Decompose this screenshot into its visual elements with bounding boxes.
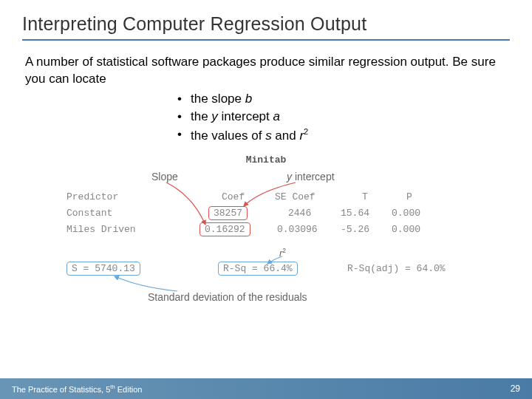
hdr-coef: Coef xyxy=(222,191,245,202)
bullet-intercept: the y intercept a xyxy=(177,109,510,125)
ann-r2: r2 xyxy=(279,247,286,259)
row-miles-t: -5.26 xyxy=(340,224,369,235)
ann-slope: Slope xyxy=(151,171,178,183)
intro-text: A number of statistical software package… xyxy=(22,54,510,88)
footer-book: The Practice of Statistics, 5th Edition xyxy=(12,383,142,394)
s-value: S = 5740.13 xyxy=(66,262,140,276)
bullet-slope: the slope b xyxy=(177,91,510,107)
footer-page: 29 xyxy=(511,383,520,394)
row-constant-coef: 38257 xyxy=(208,206,248,220)
rsq-value: R-Sq = 66.4% xyxy=(218,262,298,276)
ann-yintercept: y intercept xyxy=(287,171,335,183)
minitab-output: Minitab Slope y intercept r2 Standard de… xyxy=(66,154,466,317)
row-constant-se: 2446 xyxy=(288,208,311,219)
hdr-p: P xyxy=(406,191,412,202)
ann-sd-residuals: Standard deviation of the residuals xyxy=(148,291,307,303)
row-constant-t: 15.64 xyxy=(340,208,369,219)
row-constant-p: 0.000 xyxy=(392,208,420,219)
rsqadj-value: R-Sq(adj) = 64.0% xyxy=(347,263,446,274)
bullet-list: the slope b the y intercept a the values… xyxy=(22,91,510,144)
software-name: Minitab xyxy=(66,154,466,166)
hdr-t: T xyxy=(362,191,368,202)
hdr-predictor: Predictor xyxy=(66,191,118,202)
hdr-secoef: SE Coef xyxy=(275,191,316,202)
row-miles-label: Miles Driven xyxy=(66,224,136,235)
row-miles-se: 0.03096 xyxy=(277,224,318,235)
row-constant-label: Constant xyxy=(66,208,112,219)
bullet-s-r2: the values of s and r2 xyxy=(177,126,510,144)
slide-footer: The Practice of Statistics, 5th Edition … xyxy=(0,378,532,399)
slide-title: Interpreting Computer Regression Output xyxy=(22,13,510,41)
row-miles-p: 0.000 xyxy=(392,224,420,235)
row-miles-coef: 0.16292 xyxy=(200,222,250,236)
